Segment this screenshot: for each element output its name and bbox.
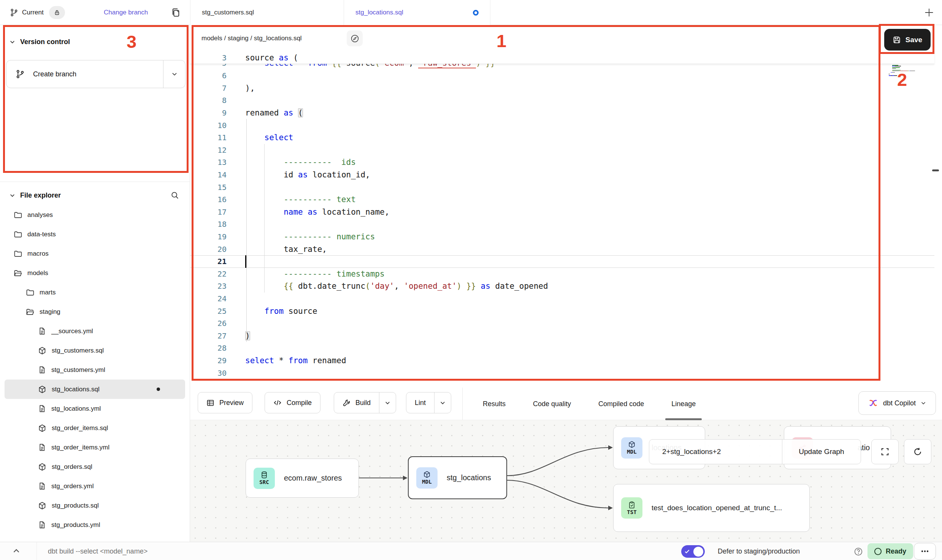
code-line-19[interactable]: 19 ---------- numerics bbox=[190, 231, 934, 243]
line-number: 5 bbox=[190, 64, 227, 68]
file-explorer-header[interactable]: File explorer bbox=[0, 184, 190, 207]
code-line-29[interactable]: 29select * from renamed bbox=[190, 354, 934, 367]
tree-item-models[interactable]: models bbox=[0, 263, 190, 283]
lineage-node-test[interactable]: TST test_does_location_opened_at_trunc_t… bbox=[613, 484, 810, 532]
tree-item-stg-orders-sql[interactable]: stg_orders.sql bbox=[0, 457, 190, 476]
chevron-up-icon[interactable] bbox=[11, 546, 22, 557]
model-icon bbox=[38, 501, 46, 510]
code-text: ), bbox=[245, 84, 255, 93]
tree-item-stg-customers-sql[interactable]: stg_customers.sql bbox=[0, 341, 190, 360]
update-graph-button[interactable]: Update Graph bbox=[782, 440, 861, 464]
help-icon[interactable] bbox=[854, 547, 863, 556]
code-line-20[interactable]: 20 tax_rate, bbox=[190, 243, 934, 255]
folder-icon bbox=[14, 211, 22, 219]
clipped-code-line: 5 select * from {{ source('ecom', 'raw_s… bbox=[190, 64, 934, 70]
fullscreen-button[interactable] bbox=[871, 439, 899, 464]
lineage-selector-bar: 2+stg_locations+2 Update Graph bbox=[649, 439, 861, 464]
code-line-16[interactable]: 16 ---------- text bbox=[190, 193, 934, 206]
tree-item-stg-products-yml[interactable]: stg_products.yml bbox=[0, 515, 190, 535]
tree-item-label: stg_orders.sql bbox=[52, 463, 92, 471]
tab-stg-customers-sql[interactable]: stg_customers.sql bbox=[190, 0, 344, 25]
code-line-8[interactable]: 8 bbox=[190, 94, 934, 107]
create-branch-dropdown[interactable] bbox=[163, 60, 185, 88]
code-line-27[interactable]: 27) bbox=[190, 329, 934, 342]
tab-stg-locations-sql[interactable]: stg_locations.sql bbox=[344, 0, 490, 25]
code-line-14[interactable]: 14 id as location_id, bbox=[190, 169, 934, 181]
line-number: 23 bbox=[190, 282, 227, 291]
tree-item-stg-locations-sql[interactable]: stg_locations.sql bbox=[5, 380, 185, 399]
code-line-7[interactable]: 7), bbox=[190, 82, 934, 95]
code-line-12[interactable]: 12 bbox=[190, 144, 934, 157]
code-editor[interactable]: 3source as ( 5 select * from {{ source('… bbox=[190, 51, 934, 388]
code-line-26[interactable]: 26 bbox=[190, 317, 934, 330]
code-line-22[interactable]: 22 ---------- timestamps bbox=[190, 268, 934, 280]
code-line-6[interactable]: 6 bbox=[190, 70, 934, 82]
tree-item-macros[interactable]: macros bbox=[0, 244, 190, 263]
code-line-9[interactable]: 9renamed as ( bbox=[190, 107, 934, 119]
tree-item-data-tests[interactable]: data-tests bbox=[0, 225, 190, 244]
dbt-copilot-button[interactable]: dbt Copilot bbox=[858, 391, 936, 415]
tree-item-stg-order-items-sql[interactable]: stg_order_items.sql bbox=[0, 418, 190, 438]
code-line-3[interactable]: 3source as ( bbox=[190, 51, 934, 64]
code-line-28[interactable]: 28 bbox=[190, 342, 934, 354]
tree-item-analyses[interactable]: analyses bbox=[0, 205, 190, 225]
lint-dropdown[interactable] bbox=[434, 392, 451, 413]
lineage-canvas[interactable]: SRC ecom.raw_stores MDL stg_locations MD… bbox=[190, 420, 942, 542]
new-tab-button[interactable] bbox=[923, 6, 935, 19]
code-line-24[interactable]: 24 bbox=[190, 293, 934, 305]
compile-button[interactable]: Compile bbox=[265, 392, 320, 413]
tree-item-stg-locations-yml[interactable]: stg_locations.yml bbox=[0, 399, 190, 418]
resize-handle[interactable] bbox=[932, 169, 939, 171]
tab-results[interactable]: Results bbox=[480, 388, 509, 420]
build-button[interactable]: Build bbox=[334, 392, 396, 413]
lint-button[interactable]: Lint bbox=[406, 392, 451, 413]
current-branch-indicator[interactable]: Current bbox=[10, 0, 65, 25]
code-line-5[interactable]: 5 select * from {{ source('ecom', 'raw_s… bbox=[190, 64, 934, 70]
lineage-node-source[interactable]: SRC ecom.raw_stores bbox=[246, 459, 359, 498]
code-line-15[interactable]: 15 bbox=[190, 181, 934, 193]
tab-lineage[interactable]: Lineage bbox=[668, 388, 699, 420]
line-number: 9 bbox=[190, 108, 227, 117]
tree-item-stg-customers-yml[interactable]: stg_customers.yml bbox=[0, 360, 190, 380]
tab-code-quality[interactable]: Code quality bbox=[530, 388, 574, 420]
create-branch-button[interactable]: Create branch bbox=[6, 60, 186, 88]
lineage-node-stg-locations[interactable]: MDL stg_locations bbox=[408, 456, 507, 499]
code-line-13[interactable]: 13 ---------- ids bbox=[190, 156, 934, 169]
tab-compiled-code[interactable]: Compiled code bbox=[595, 388, 647, 420]
code-line-23[interactable]: 23 {{ dbt.date_trunc('day', 'opened_at')… bbox=[190, 280, 934, 293]
toolbar-divider bbox=[462, 388, 463, 420]
wrench-icon bbox=[343, 399, 350, 407]
more-options-button[interactable] bbox=[914, 543, 936, 560]
code-line-17[interactable]: 17 name as location_name, bbox=[190, 206, 934, 218]
save-button[interactable]: Save bbox=[884, 29, 931, 51]
tree-item-marts[interactable]: marts bbox=[0, 283, 190, 302]
code-line-18[interactable]: 18 bbox=[190, 218, 934, 231]
preview-button[interactable]: Preview bbox=[198, 392, 252, 413]
tree-item-label: analyses bbox=[27, 211, 53, 219]
defer-toggle[interactable] bbox=[681, 545, 705, 558]
tree-item-staging[interactable]: staging bbox=[0, 302, 190, 321]
tree-item-stg-order-items-yml[interactable]: stg_order_items.yml bbox=[0, 438, 190, 457]
version-control-header[interactable]: Version control bbox=[0, 30, 190, 53]
lineage-selector-input[interactable]: 2+stg_locations+2 bbox=[649, 440, 782, 464]
statusbar-divider bbox=[36, 542, 37, 560]
change-branch-link[interactable]: Change branch bbox=[104, 0, 148, 25]
tree-item--sources-yml[interactable]: __sources.yml bbox=[0, 321, 190, 341]
code-line-25[interactable]: 25 from source bbox=[190, 305, 934, 317]
tree-item-stg-orders-yml[interactable]: stg_orders.yml bbox=[0, 476, 190, 496]
refresh-button[interactable] bbox=[904, 439, 931, 464]
tree-item-stg-products-sql[interactable]: stg_products.sql bbox=[0, 496, 190, 515]
code-text: source as ( bbox=[245, 53, 298, 62]
code-line-10[interactable]: 10 bbox=[190, 119, 934, 131]
code-line-30[interactable]: 30 bbox=[190, 367, 934, 379]
search-icon[interactable] bbox=[171, 184, 179, 207]
line-number: 30 bbox=[190, 369, 227, 378]
model-icon bbox=[38, 424, 46, 432]
ready-status-badge[interactable]: Ready bbox=[867, 543, 913, 559]
build-dropdown[interactable] bbox=[379, 392, 396, 413]
code-line-11[interactable]: 11 select bbox=[190, 131, 934, 144]
copilot-explain-icon[interactable] bbox=[347, 30, 363, 46]
copy-icon[interactable] bbox=[171, 8, 181, 17]
code-line-21[interactable]: 21 bbox=[190, 255, 934, 268]
command-input[interactable]: dbt build --select <model_name> bbox=[48, 542, 147, 560]
